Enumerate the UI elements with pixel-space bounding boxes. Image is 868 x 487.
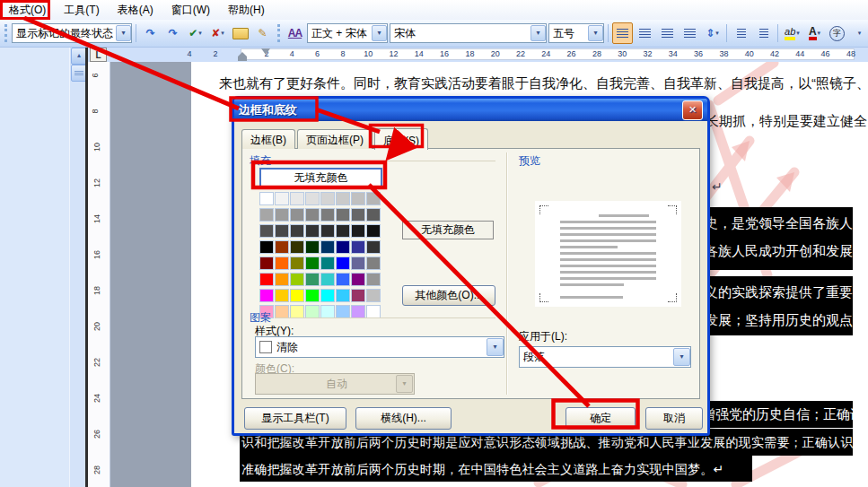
palette-color[interactable] [320, 208, 335, 222]
numbering-button[interactable] [731, 22, 751, 44]
palette-color[interactable] [290, 257, 304, 270]
palette-color[interactable] [366, 208, 381, 222]
palette-color[interactable] [366, 257, 381, 270]
distribute-button[interactable] [679, 22, 700, 44]
palette-color[interactable] [305, 224, 320, 238]
new-comment-button[interactable] [230, 22, 250, 44]
menu-format[interactable]: 格式(O) [0, 0, 55, 21]
palette-color[interactable] [305, 273, 320, 286]
apply-to-combo[interactable]: 段落 ▾ [519, 346, 691, 368]
menu-table[interactable]: 表格(A) [109, 0, 162, 21]
font-combo[interactable]: 宋体 ▾ [390, 23, 547, 43]
line-spacing-button[interactable]: ⇕▾ [702, 22, 723, 44]
palette-color[interactable] [290, 289, 304, 302]
palette-color[interactable] [305, 208, 320, 222]
chevron-down-icon[interactable]: ▾ [372, 25, 387, 41]
palette-color[interactable] [290, 240, 304, 254]
tab-shading[interactable]: 底纹(S) [374, 128, 428, 150]
palette-color[interactable] [259, 273, 274, 286]
palette-color[interactable] [351, 224, 365, 238]
palette-color[interactable] [275, 289, 289, 302]
palette-color[interactable] [290, 224, 304, 238]
palette-color[interactable] [351, 273, 365, 286]
horizontal-line-button[interactable]: 横线(H)... [355, 407, 452, 430]
palette-color[interactable] [336, 257, 350, 270]
dialog-titlebar[interactable]: 边框和底纹 ✕ [234, 99, 707, 121]
chevron-down-icon[interactable]: ▾ [588, 25, 603, 41]
palette-color[interactable] [366, 273, 381, 286]
menu-help[interactable]: 帮助(H) [219, 0, 274, 21]
more-colors-button[interactable]: 其他颜色(O)... [402, 285, 495, 306]
close-button[interactable]: ✕ [682, 100, 703, 120]
tab-stop-selector[interactable]: L [90, 48, 107, 62]
palette-color[interactable] [290, 273, 304, 286]
palette-color[interactable] [320, 289, 335, 302]
palette-color[interactable] [275, 192, 289, 205]
palette-color[interactable] [351, 257, 365, 270]
menu-tools[interactable]: 工具(T) [55, 0, 108, 21]
toolbar-options-button[interactable]: ▾ [849, 22, 868, 44]
chevron-down-icon[interactable]: ▾ [530, 25, 546, 41]
toolbar-grip[interactable] [277, 24, 280, 42]
ok-button[interactable]: 确定 [566, 407, 636, 430]
palette-color[interactable] [351, 240, 365, 254]
menu-window[interactable]: 窗口(W) [162, 0, 219, 21]
palette-color[interactable] [336, 192, 350, 205]
styles-formatting-button[interactable]: AA [285, 22, 305, 44]
palette-color[interactable] [275, 208, 289, 222]
tab-page-border[interactable]: 页面边框(P) [297, 129, 373, 149]
palette-color[interactable] [336, 273, 350, 286]
highlight-button[interactable]: ab▾ [782, 22, 802, 44]
palette-color[interactable] [275, 224, 289, 238]
palette-color[interactable] [336, 240, 350, 254]
palette-color[interactable] [366, 224, 381, 238]
accept-change-button[interactable]: ✔▾ [185, 22, 206, 44]
palette-color[interactable] [275, 273, 289, 286]
chevron-down-icon[interactable]: ▾ [116, 25, 131, 41]
palette-color[interactable] [336, 289, 350, 302]
palette-color[interactable] [259, 224, 274, 238]
palette-color[interactable] [259, 208, 274, 222]
vertical-scrollbar[interactable]: ▴ [69, 47, 86, 487]
no-fill-button[interactable]: 无填充颜色 [402, 221, 494, 239]
first-line-indent-marker[interactable] [261, 48, 270, 55]
no-fill-selected-swatch[interactable]: 无填充颜色 [259, 168, 382, 187]
palette-color[interactable] [336, 208, 350, 222]
palette-color[interactable] [366, 192, 381, 205]
palette-color[interactable] [320, 192, 335, 205]
palette-color[interactable] [351, 208, 365, 222]
tab-borders[interactable]: 边框(B) [241, 129, 295, 149]
palette-color[interactable] [305, 257, 320, 270]
palette-color[interactable] [259, 257, 274, 270]
palette-color[interactable] [305, 192, 320, 205]
align-right-button[interactable] [657, 22, 678, 44]
bullets-button[interactable] [753, 22, 774, 44]
palette-color[interactable] [366, 240, 381, 254]
palette-color[interactable] [320, 257, 335, 270]
palette-color[interactable] [259, 192, 274, 205]
display-for-review-combo[interactable]: 显示标记的最终状态 ▾ [12, 23, 132, 43]
palette-color[interactable] [290, 208, 304, 222]
palette-color[interactable] [351, 289, 365, 302]
palette-color[interactable] [320, 240, 335, 254]
palette-color[interactable] [305, 240, 320, 254]
palette-color[interactable] [259, 289, 274, 302]
font-color-button[interactable]: A▾ [804, 22, 825, 44]
palette-color[interactable] [275, 240, 289, 254]
palette-color[interactable] [336, 224, 350, 238]
previous-change-button[interactable]: ↷ [140, 22, 161, 44]
reject-change-button[interactable]: ✘▾ [207, 22, 228, 44]
cancel-button[interactable]: 取消 [645, 407, 703, 430]
next-change-button[interactable]: ↷ [162, 22, 183, 44]
chevron-down-icon[interactable]: ▾ [487, 338, 504, 356]
reviewing-pane-button[interactable]: ✎ [252, 22, 273, 44]
style-combo[interactable]: 正文 + 宋体 ▾ [307, 23, 388, 43]
palette-color[interactable] [320, 224, 335, 238]
palette-color[interactable] [351, 192, 365, 205]
palette-color[interactable] [275, 257, 289, 270]
pattern-style-combo[interactable]: 清除 ▾ [255, 336, 504, 358]
show-toolbar-button[interactable]: 显示工具栏(T) [244, 407, 346, 430]
palette-color[interactable] [259, 240, 274, 254]
chevron-down-icon[interactable]: ▾ [673, 348, 690, 366]
toolbar-grip[interactable] [4, 24, 7, 42]
